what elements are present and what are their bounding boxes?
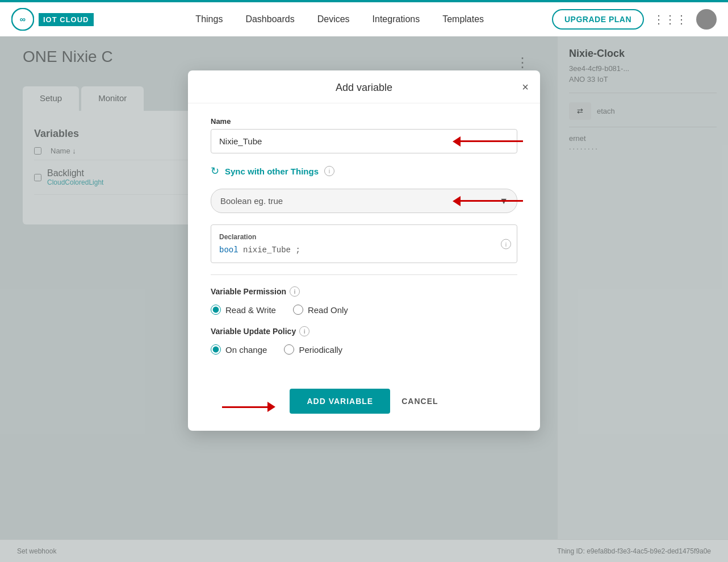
update-policy-radio-group: On change Periodically (211, 344, 517, 355)
grid-icon[interactable]: ⋮⋮⋮ (653, 13, 687, 26)
logo-text: IOT CLOUD (39, 13, 94, 26)
on-change-option[interactable]: On change (211, 344, 267, 355)
permission-section-title: Variable Permission i (211, 286, 517, 297)
read-write-radio[interactable] (211, 305, 221, 315)
permission-radio-group: Read & Write Read Only (211, 305, 517, 315)
declaration-info-icon[interactable]: i (501, 239, 511, 249)
main-content: ONE Nixie C ⋮ Setup Monitor Variables Na… (0, 36, 728, 562)
nav-integrations[interactable]: Integrations (373, 14, 420, 24)
name-label: Name (211, 117, 517, 126)
modal-title: Add variable (336, 82, 392, 94)
sync-row: ↻ Sync with other Things i (211, 165, 517, 177)
add-arrow (222, 402, 275, 412)
sync-info-icon[interactable]: i (324, 166, 334, 176)
update-policy-label: Variable Update Policy (211, 327, 296, 336)
modal-header: Add variable × (188, 70, 540, 103)
nav-right: UPGRADE PLAN ⋮⋮⋮ (552, 9, 717, 30)
declaration-var: nixie_Tube ; (239, 245, 300, 255)
modal-body: Name ↻ Sync with other Things i (188, 103, 540, 383)
periodically-radio[interactable] (284, 344, 294, 355)
periodically-label: Periodically (299, 345, 342, 355)
declaration-code: bool nixie_Tube ; (219, 245, 509, 255)
modal-overlay: Add variable × Name (0, 36, 728, 562)
declaration-label: Declaration (219, 233, 509, 241)
permission-info-icon[interactable]: i (290, 286, 300, 297)
cancel-button[interactable]: CANCEL (401, 397, 438, 406)
arduino-logo-icon: ∞ (11, 8, 34, 31)
add-variable-modal: Add variable × Name (188, 70, 540, 431)
nav-devices[interactable]: Devices (317, 14, 350, 24)
svg-text:∞: ∞ (20, 15, 26, 24)
read-only-option[interactable]: Read Only (293, 305, 348, 315)
modal-footer: ADD VARIABLE CANCEL (188, 383, 540, 431)
read-only-label: Read Only (308, 305, 348, 315)
read-write-label: Read & Write (225, 305, 276, 315)
declaration-box: Declaration bool nixie_Tube ; i (211, 224, 517, 263)
name-input[interactable] (211, 129, 517, 153)
logo-area: ∞ IOT CLOUD (11, 8, 94, 31)
add-variable-button[interactable]: ADD VARIABLE (290, 389, 390, 414)
update-policy-section-title: Variable Update Policy i (211, 326, 517, 336)
avatar[interactable] (696, 9, 717, 30)
divider (211, 274, 517, 275)
update-policy-info-icon[interactable]: i (299, 326, 309, 336)
read-write-option[interactable]: Read & Write (211, 305, 276, 315)
type-dropdown[interactable]: Boolean eg. true (211, 189, 517, 213)
periodically-option[interactable]: Periodically (284, 344, 342, 355)
sync-label[interactable]: Sync with other Things (225, 166, 319, 176)
upgrade-plan-button[interactable]: UPGRADE PLAN (552, 9, 644, 30)
type-dropdown-wrapper: Boolean eg. true ▼ (211, 189, 517, 213)
name-field-group: Name (211, 117, 517, 153)
nav-links: Things Dashboards Devices Integrations T… (128, 14, 552, 24)
on-change-label: On change (225, 345, 267, 355)
close-button[interactable]: × (522, 81, 529, 93)
nav-dashboards[interactable]: Dashboards (245, 14, 294, 24)
on-change-radio[interactable] (211, 344, 221, 355)
nav-things[interactable]: Things (195, 14, 223, 24)
read-only-radio[interactable] (293, 305, 303, 315)
nav-templates[interactable]: Templates (442, 14, 484, 24)
sync-icon: ↻ (211, 165, 219, 177)
permission-label: Variable Permission (211, 287, 286, 296)
top-nav: ∞ IOT CLOUD Things Dashboards Devices In… (0, 0, 728, 36)
declaration-keyword: bool (219, 245, 239, 255)
